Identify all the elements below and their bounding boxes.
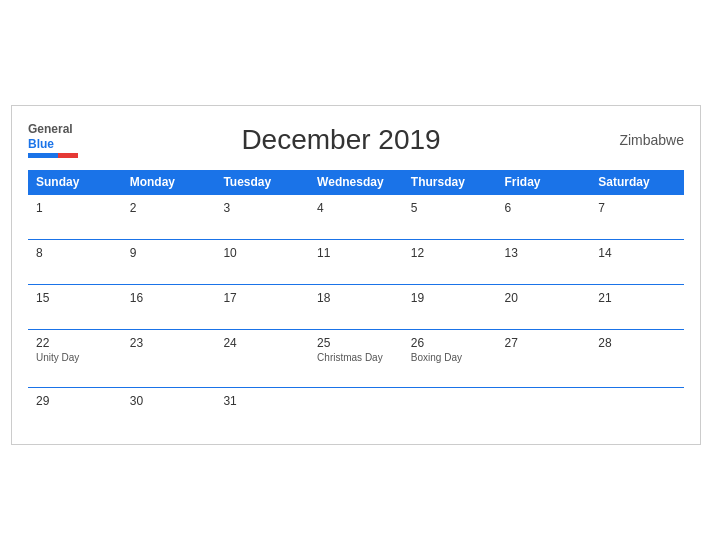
- calendar-cell: 11: [309, 239, 403, 284]
- weekday-header: Monday: [122, 170, 216, 195]
- calendar-cell: 20: [497, 284, 591, 329]
- calendar-cell: 29: [28, 387, 122, 432]
- day-number: 9: [130, 246, 208, 260]
- day-number: 13: [505, 246, 583, 260]
- calendar-cell: 13: [497, 239, 591, 284]
- calendar-cell: 6: [497, 194, 591, 239]
- calendar-cell: 23: [122, 329, 216, 387]
- calendar-cell: 28: [590, 329, 684, 387]
- calendar-header: General Blue December 2019 Zimbabwe: [28, 122, 684, 158]
- day-number: 2: [130, 201, 208, 215]
- day-number: 24: [223, 336, 301, 350]
- day-number: 6: [505, 201, 583, 215]
- calendar-cell: 9: [122, 239, 216, 284]
- weekday-header: Friday: [497, 170, 591, 195]
- day-number: 22: [36, 336, 114, 350]
- holiday-label: Christmas Day: [317, 352, 395, 363]
- calendar-cell: 3: [215, 194, 309, 239]
- day-number: 12: [411, 246, 489, 260]
- calendar-cell: [309, 387, 403, 432]
- day-number: 8: [36, 246, 114, 260]
- calendar-cell: 27: [497, 329, 591, 387]
- country-label: Zimbabwe: [604, 132, 684, 148]
- day-number: 26: [411, 336, 489, 350]
- weekday-header: Thursday: [403, 170, 497, 195]
- day-number: 16: [130, 291, 208, 305]
- calendar-cell: 1: [28, 194, 122, 239]
- day-number: 31: [223, 394, 301, 408]
- calendar-cell: 14: [590, 239, 684, 284]
- calendar-cell: 24: [215, 329, 309, 387]
- calendar-week-row: 891011121314: [28, 239, 684, 284]
- calendar-cell: 17: [215, 284, 309, 329]
- calendar-cell: 16: [122, 284, 216, 329]
- day-number: 3: [223, 201, 301, 215]
- calendar-week-row: 15161718192021: [28, 284, 684, 329]
- calendar-cell: [403, 387, 497, 432]
- weekday-header-row: SundayMondayTuesdayWednesdayThursdayFrid…: [28, 170, 684, 195]
- day-number: 11: [317, 246, 395, 260]
- day-number: 14: [598, 246, 676, 260]
- day-number: 15: [36, 291, 114, 305]
- calendar-cell: 8: [28, 239, 122, 284]
- calendar-cell: 4: [309, 194, 403, 239]
- day-number: 18: [317, 291, 395, 305]
- weekday-header: Saturday: [590, 170, 684, 195]
- holiday-label: Boxing Day: [411, 352, 489, 363]
- calendar-cell: 15: [28, 284, 122, 329]
- day-number: 10: [223, 246, 301, 260]
- calendar-cell: [497, 387, 591, 432]
- calendar-cell: 26Boxing Day: [403, 329, 497, 387]
- day-number: 1: [36, 201, 114, 215]
- day-number: 4: [317, 201, 395, 215]
- calendar-cell: 22Unity Day: [28, 329, 122, 387]
- weekday-header: Sunday: [28, 170, 122, 195]
- day-number: 20: [505, 291, 583, 305]
- day-number: 19: [411, 291, 489, 305]
- day-number: 27: [505, 336, 583, 350]
- day-number: 30: [130, 394, 208, 408]
- calendar-cell: 5: [403, 194, 497, 239]
- calendar-cell: 12: [403, 239, 497, 284]
- calendar-cell: 30: [122, 387, 216, 432]
- calendar-cell: 19: [403, 284, 497, 329]
- day-number: 7: [598, 201, 676, 215]
- calendar-cell: 21: [590, 284, 684, 329]
- calendar-cell: [590, 387, 684, 432]
- day-number: 25: [317, 336, 395, 350]
- day-number: 21: [598, 291, 676, 305]
- calendar-week-row: 22Unity Day232425Christmas Day26Boxing D…: [28, 329, 684, 387]
- day-number: 17: [223, 291, 301, 305]
- calendar-cell: 25Christmas Day: [309, 329, 403, 387]
- calendar-cell: 10: [215, 239, 309, 284]
- logo-bar: [28, 153, 78, 158]
- day-number: 29: [36, 394, 114, 408]
- calendar-week-row: 293031: [28, 387, 684, 432]
- calendar-cell: 7: [590, 194, 684, 239]
- day-number: 28: [598, 336, 676, 350]
- logo-blue-text: Blue: [28, 137, 78, 151]
- calendar-cell: 18: [309, 284, 403, 329]
- weekday-header: Tuesday: [215, 170, 309, 195]
- holiday-label: Unity Day: [36, 352, 114, 363]
- calendar-table: SundayMondayTuesdayWednesdayThursdayFrid…: [28, 170, 684, 432]
- weekday-header: Wednesday: [309, 170, 403, 195]
- calendar-cell: 2: [122, 194, 216, 239]
- calendar-container: General Blue December 2019 Zimbabwe Sund…: [11, 105, 701, 445]
- logo: General Blue: [28, 122, 78, 158]
- calendar-title: December 2019: [78, 124, 604, 156]
- day-number: 23: [130, 336, 208, 350]
- logo-general-text: General: [28, 122, 78, 136]
- calendar-cell: 31: [215, 387, 309, 432]
- day-number: 5: [411, 201, 489, 215]
- calendar-week-row: 1234567: [28, 194, 684, 239]
